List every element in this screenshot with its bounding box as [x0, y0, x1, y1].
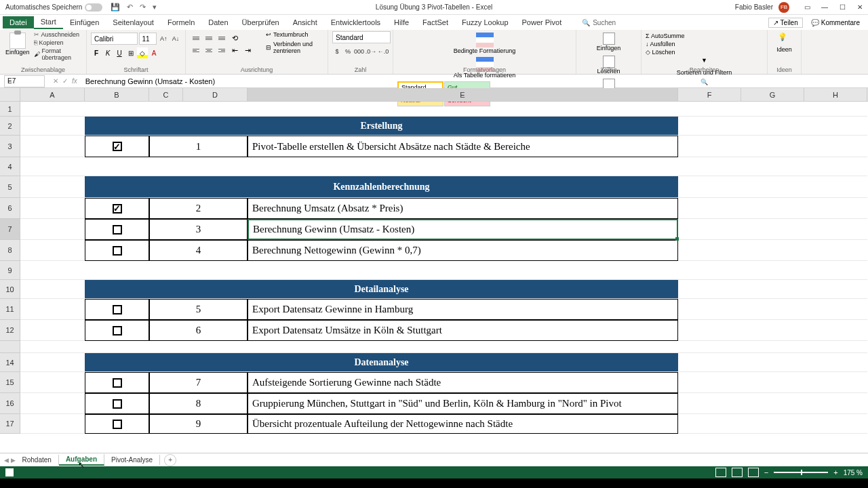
- checkbox-cell[interactable]: [85, 320, 149, 341]
- bulb-icon[interactable]: 💡: [778, 33, 791, 46]
- autosum-button[interactable]: Σ AutoSumme: [646, 33, 763, 39]
- row-header[interactable]: 10: [0, 280, 20, 299]
- checkbox-cell[interactable]: [85, 219, 149, 240]
- redo-icon[interactable]: ↷: [140, 3, 146, 12]
- wrap-text-button[interactable]: ↩Textumbruch: [266, 31, 323, 38]
- page-break-view-button[interactable]: [748, 468, 759, 477]
- col-header-b[interactable]: B: [85, 88, 149, 101]
- number-format-select[interactable]: Standard: [332, 31, 391, 43]
- save-icon[interactable]: 💾: [111, 3, 120, 12]
- align-middle-button[interactable]: [203, 33, 215, 43]
- name-box[interactable]: E7: [4, 75, 45, 87]
- task-number[interactable]: 5: [149, 299, 248, 320]
- checkbox-cell[interactable]: [85, 299, 149, 320]
- col-header-c[interactable]: C: [149, 88, 183, 101]
- select-all-button[interactable]: [0, 88, 20, 101]
- row-header[interactable]: 8: [0, 240, 20, 261]
- row-header[interactable]: 3: [0, 136, 20, 157]
- task-number[interactable]: 3: [149, 219, 248, 240]
- add-sheet-button[interactable]: +: [164, 454, 176, 466]
- fill-button[interactable]: ↓ Ausfüllen: [646, 41, 763, 47]
- font-size-select[interactable]: 11: [139, 33, 157, 45]
- tab-ueberpruefen[interactable]: Überprüfen: [235, 16, 286, 28]
- orientation-button[interactable]: ⟲: [229, 33, 241, 43]
- task-description[interactable]: Berechnung Gewinn (Umsatz - Kosten): [248, 219, 678, 240]
- align-bottom-button[interactable]: [216, 33, 228, 43]
- tab-seitenlayout[interactable]: Seitenlayout: [106, 16, 161, 28]
- comments-button[interactable]: 💬 Kommentare: [808, 18, 863, 27]
- task-description[interactable]: Berechnung Umsatz (Absatz * Preis): [248, 198, 678, 219]
- percent-button[interactable]: %: [343, 46, 353, 57]
- task-number[interactable]: 2: [149, 198, 248, 219]
- font-name-select[interactable]: Calibri: [91, 33, 138, 45]
- conditional-format-button[interactable]: Bedingte Formatierung: [397, 31, 572, 56]
- row-header[interactable]: 14: [0, 353, 20, 372]
- decrease-font-icon[interactable]: A↓: [170, 33, 181, 44]
- checkbox-cell[interactable]: [85, 393, 149, 414]
- bold-button[interactable]: F: [91, 47, 102, 58]
- task-number[interactable]: 8: [149, 393, 248, 414]
- sheet-nav[interactable]: ◀ ▶: [4, 457, 16, 464]
- task-description[interactable]: Berechnung Nettogewinn (Gewinn * 0,7): [248, 240, 678, 261]
- share-button[interactable]: ↗ Teilen: [768, 18, 803, 28]
- task-description[interactable]: Aufsteigende Sortierung Gewinne nach Stä…: [248, 372, 678, 393]
- italic-button[interactable]: K: [102, 47, 113, 58]
- undo-icon[interactable]: ↶: [127, 3, 133, 12]
- cut-button[interactable]: ✂Ausschneiden: [34, 31, 82, 38]
- checkbox-cell[interactable]: ✓: [85, 136, 149, 157]
- ribbon-options-icon[interactable]: ▭: [799, 1, 815, 14]
- align-top-button[interactable]: [190, 33, 202, 43]
- checkbox-cell[interactable]: [85, 372, 149, 393]
- tab-formeln[interactable]: Formeln: [161, 16, 201, 28]
- row-header[interactable]: 7: [0, 219, 20, 240]
- search-box[interactable]: 🔍 Suchen: [582, 19, 616, 26]
- comma-button[interactable]: 000: [354, 46, 364, 57]
- autosave-toggle[interactable]: Automatisches Speichern: [5, 3, 102, 12]
- row-header[interactable]: 16: [0, 393, 20, 414]
- zoom-value[interactable]: 175 %: [844, 469, 863, 476]
- task-number[interactable]: 9: [149, 414, 248, 434]
- align-right-button[interactable]: [216, 45, 228, 56]
- row-header[interactable]: 17: [0, 414, 20, 434]
- align-center-button[interactable]: [203, 45, 215, 56]
- tab-start[interactable]: Start: [34, 16, 63, 29]
- minimize-icon[interactable]: —: [816, 1, 833, 14]
- format-painter-button[interactable]: 🖌Format übertragen: [34, 47, 82, 61]
- copy-button[interactable]: ⎘Kopieren: [34, 39, 82, 46]
- task-description[interactable]: Export Datensatz Gewinne in Hamburg: [248, 299, 678, 320]
- tab-factset[interactable]: FactSet: [416, 16, 455, 28]
- sheet-tab-aufgaben[interactable]: Aufgaben: [59, 454, 104, 466]
- tab-entwicklertools[interactable]: Entwicklertools: [324, 16, 387, 28]
- underline-button[interactable]: U: [114, 47, 125, 58]
- normal-view-button[interactable]: [715, 468, 726, 477]
- row-header[interactable]: 6: [0, 198, 20, 219]
- task-description[interactable]: Export Datensatz Umsätze in Köln & Stutt…: [248, 320, 678, 341]
- page-layout-view-button[interactable]: [732, 468, 743, 477]
- task-number[interactable]: 6: [149, 320, 248, 341]
- avatar[interactable]: FB: [778, 2, 789, 13]
- row-header[interactable]: 1: [0, 102, 20, 117]
- zoom-out-button[interactable]: −: [764, 468, 768, 476]
- file-tab[interactable]: Datei: [3, 16, 34, 28]
- row-header[interactable]: 11: [0, 299, 20, 320]
- row-header[interactable]: 12: [0, 320, 20, 341]
- decimal-decrease-button[interactable]: ←.0: [378, 46, 389, 57]
- align-left-button[interactable]: [190, 45, 202, 56]
- task-description[interactable]: Gruppierung München, Stuttgart in "Süd" …: [248, 393, 678, 414]
- row-header[interactable]: [0, 341, 20, 353]
- col-header-g[interactable]: G: [741, 88, 804, 101]
- section-header[interactable]: Detailanalyse: [85, 280, 678, 298]
- col-header-h[interactable]: H: [804, 88, 867, 101]
- fill-color-button[interactable]: ◇: [137, 47, 148, 58]
- task-number[interactable]: 7: [149, 372, 248, 393]
- col-header-e[interactable]: E: [248, 88, 678, 101]
- clear-button[interactable]: ◇ Löschen: [646, 49, 763, 56]
- col-header-f[interactable]: F: [678, 88, 741, 101]
- row-header[interactable]: 9: [0, 261, 20, 280]
- section-header[interactable]: Datenanalyse: [85, 353, 678, 371]
- insert-cells-button[interactable]: Einfügen: [580, 31, 637, 53]
- qat-dropdown-icon[interactable]: ▾: [153, 3, 157, 12]
- task-number[interactable]: 4: [149, 240, 248, 261]
- task-number[interactable]: 1: [149, 136, 248, 157]
- section-header[interactable]: Erstellung: [85, 117, 678, 135]
